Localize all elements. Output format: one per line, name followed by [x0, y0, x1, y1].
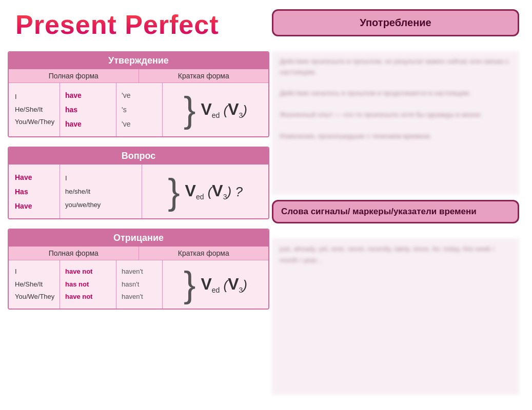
3-sub-neg: 3: [239, 286, 243, 294]
have-not-form: have not: [65, 265, 111, 278]
affirmative-body: I He/She/It You/We/They have has have 'v…: [9, 83, 268, 136]
neg-short-forms: haven't hasn't haven't: [116, 260, 163, 309]
signal-box-title: Слова сигналы/ маркеры/указатели времени: [281, 207, 477, 216]
tables-area: Утверждение Полная форма Краткая форма I…: [8, 51, 269, 319]
ed-sub-neg: ed: [212, 286, 220, 294]
havent-form2: haven't: [122, 291, 157, 303]
big-v-aff: V: [201, 100, 211, 118]
neg-left-brace: }: [184, 266, 195, 302]
s-form: 's: [122, 102, 157, 117]
q-aux-verbs: Have Has Have: [9, 165, 60, 218]
signal-words-box: Слова сигналы/ маркеры/указатели времени: [272, 200, 519, 223]
negation-header: Отрицание: [9, 230, 268, 247]
aff-full-forms: have has have: [60, 83, 116, 136]
q-formula-area: } Ved (V3) ?: [142, 169, 268, 215]
q-pronouns: I he/she/it you/we/they: [60, 165, 142, 218]
has-form: has: [65, 102, 111, 117]
signal-text: just, already, yet, ever, never, recentl…: [272, 238, 519, 395]
pronoun-youweythey: You/We/They: [15, 116, 53, 129]
have-not-form2: have not: [65, 291, 111, 303]
ve-form: 've: [122, 88, 157, 102]
affirmative-subheader: Полная форма Краткая форма: [9, 69, 268, 83]
have-form2: have: [65, 117, 111, 131]
q-pronoun-i: I: [65, 172, 136, 185]
hasnt-form: hasn't: [122, 278, 157, 291]
question-section: Вопрос Have Has Have I he/she/it you/we/…: [8, 147, 269, 219]
question-body: Have Has Have I he/she/it you/we/they } …: [9, 165, 268, 218]
usage-text: Действие произошло в прошлом, но результ…: [272, 51, 519, 195]
affirmative-section: Утверждение Полная форма Краткая форма I…: [8, 51, 269, 137]
big-v2-q: V: [212, 181, 223, 200]
q-left-brace: }: [168, 174, 180, 210]
q-have: Have: [15, 170, 53, 184]
aff-formula-area: } Ved (V3): [163, 87, 268, 133]
page-title: Present Perfect: [15, 9, 219, 40]
3-sub-aff: 3: [239, 111, 243, 119]
big-v-q: V: [185, 181, 196, 200]
neg-formula: Ved (V3): [201, 275, 247, 294]
neg-pronouns: I He/She/It You/We/They: [9, 260, 60, 309]
q-have2: Have: [15, 199, 53, 213]
aff-short-forms: 've 's 've: [116, 83, 163, 136]
question-header: Вопрос: [9, 148, 268, 165]
q-pronoun-hesheit: he/she/it: [65, 185, 136, 198]
aff-col2-header: Краткая форма: [139, 69, 269, 83]
big-v2-neg: V: [228, 275, 239, 293]
neg-pronoun-youweythey: You/We/They: [15, 291, 53, 303]
negation-subheader: Полная форма Краткая форма: [9, 247, 268, 260]
neg-col2-header: Краткая форма: [139, 247, 269, 260]
left-brace: }: [184, 92, 195, 128]
negation-body: I He/She/It You/We/They have not has not…: [9, 260, 268, 309]
q-has: Has: [15, 184, 53, 199]
have-form: have: [65, 88, 111, 102]
pronoun-hesheit: He/She/It: [15, 104, 53, 116]
has-not-form: has not: [65, 278, 111, 291]
aff-col1-header: Полная форма: [9, 69, 139, 83]
3-sub-q: 3: [223, 193, 227, 201]
aff-pronouns: I He/She/It You/We/They: [9, 83, 60, 136]
aff-formula: Ved (V3): [201, 100, 247, 119]
neg-pronoun-hesheit: He/She/It: [15, 278, 53, 291]
havent-form: haven't: [122, 265, 157, 278]
neg-formula-area: } Ved (V3): [163, 261, 268, 308]
ed-sub-q: ed: [196, 193, 204, 201]
neg-col1-header: Полная форма: [9, 247, 139, 260]
usage-box-title: Употребление: [360, 17, 431, 28]
usage-box: Употребление: [272, 9, 519, 36]
ve-form2: 've: [122, 117, 157, 131]
big-v2-aff: V: [228, 100, 239, 118]
affirmative-header: Утверждение: [9, 52, 268, 69]
neg-full-forms: have not has not have not: [60, 260, 116, 309]
q-pronoun-youweythey: you/we/they: [65, 198, 136, 212]
ed-sub-aff: ed: [212, 111, 220, 119]
pronoun-i: I: [15, 91, 53, 104]
neg-pronoun-i: I: [15, 265, 53, 278]
big-v-neg: V: [201, 275, 211, 293]
negation-section: Отрицание Полная форма Краткая форма I H…: [8, 229, 269, 310]
q-formula: Ved (V3) ?: [185, 181, 243, 201]
